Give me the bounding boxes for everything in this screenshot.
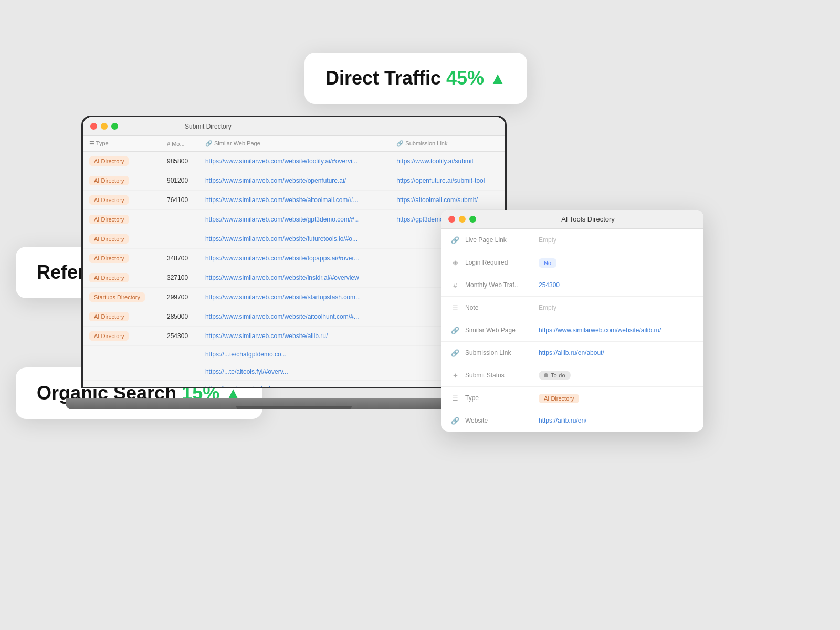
laptop-titlebar: Submit Directory [83, 117, 505, 136]
cell-similar: https://www.similarweb.com/website/start… [199, 288, 390, 307]
col-type: ☰ Type [83, 136, 161, 152]
cell-submission: https://www.toolify.ai/submit [390, 152, 505, 171]
cell-similar: https://www.similarweb.com/website/tooli… [199, 152, 390, 171]
col-submission: 🔗 Submission Link [390, 136, 505, 152]
cell-similar: https://www.similarweb.com/website/futur… [199, 229, 390, 249]
link-icon: 🔗 [450, 326, 460, 335]
panel-field-value: Empty [539, 236, 694, 244]
panel-field-value: 254300 [539, 281, 694, 289]
cell-monthly: 348700 [161, 249, 199, 268]
table-row[interactable]: AI Directory764100https://www.similarweb… [83, 191, 505, 210]
cell-similar: https://www.similarweb.com/website/ailib… [199, 327, 390, 346]
cell-monthly: 901200 [161, 171, 199, 191]
cell-similar: https://www.similarweb.com/website/gpt3d… [199, 210, 390, 229]
panel-field-label: Submission Link [465, 349, 533, 356]
cell-type [83, 346, 161, 363]
cell-similar: https://...te/aitools.fyi/#overv... [199, 363, 390, 381]
badge-todo: To-do [539, 371, 571, 380]
note-icon: ☰ [450, 303, 460, 312]
cell-similar: https://...te/supertools.theru... [199, 381, 390, 387]
panel-field-label: Login Required [465, 259, 533, 266]
panel-field-label: Type [465, 394, 533, 402]
cell-monthly [161, 381, 199, 387]
panel-field-value: To-do [539, 371, 571, 380]
panel-row: ⊕Login RequiredNo [441, 251, 704, 274]
cell-similar: https://www.similarweb.com/website/aitoo… [199, 191, 390, 210]
col-similar: 🔗 Similar Web Page [199, 136, 390, 152]
panel-row: 🔗Submission Linkhttps://ailib.ru/en/abou… [441, 342, 704, 364]
cell-similar: https://...te/chatgptdemo.co... [199, 346, 390, 363]
link-icon: 🔗 [450, 348, 460, 358]
cell-type: AI Directory [83, 249, 161, 268]
panel-row: ✦Submit StatusTo-do [441, 364, 704, 387]
direct-traffic-arrow: ▲ [489, 69, 506, 88]
panel-row: 🔗Websitehttps://ailib.ru/en/ [441, 410, 704, 432]
panel-field-label: Monthly Web Traf.. [465, 281, 533, 289]
panel-field-label: Similar Web Page [465, 327, 533, 334]
cell-similar: https://www.similarweb.com/website/openf… [199, 171, 390, 191]
panel-row: 🔗Similar Web Pagehttps://www.similarweb.… [441, 319, 704, 342]
cell-type: AI Directory [83, 210, 161, 229]
panel-field-value: https://ailib.ru/en/about/ [539, 349, 694, 356]
link-icon: 🔗 [450, 235, 460, 245]
panel-field-label: Note [465, 304, 533, 311]
cell-monthly [161, 363, 199, 381]
cell-monthly [161, 210, 199, 229]
panel-field-value: AI Directory [539, 393, 579, 403]
panel-field-label: Submit Status [465, 372, 533, 379]
panel-field-label: Live Page Link [465, 236, 533, 244]
traffic-light-red[interactable] [90, 123, 97, 130]
panel-field-value: Empty [539, 304, 694, 311]
laptop-title: Submit Directory [185, 123, 232, 130]
direct-traffic-label: Direct Traffic [326, 67, 441, 89]
sun-icon: ✦ [450, 371, 460, 380]
login-icon: ⊕ [450, 258, 460, 267]
panel-row: #Monthly Web Traf..254300 [441, 274, 704, 297]
ai-panel-titlebar: AI Tools Directory [441, 210, 704, 229]
badge-ai-dir: AI Directory [539, 394, 579, 403]
cell-type: AI Directory [83, 152, 161, 171]
cell-type [83, 363, 161, 381]
panel-tl-green[interactable] [469, 216, 476, 223]
panel-field-label: Website [465, 417, 533, 424]
cell-type: AI Directory [83, 191, 161, 210]
cell-type: AI Directory [83, 307, 161, 327]
cell-submission: https://aitoolmall.com/submit/ [390, 191, 505, 210]
cell-type: AI Directory [83, 268, 161, 288]
cell-monthly: 985800 [161, 152, 199, 171]
cell-type [83, 381, 161, 387]
panel-row: 🔗Live Page LinkEmpty [441, 229, 704, 251]
panel-tl-red[interactable] [448, 216, 455, 223]
cell-monthly: 299700 [161, 288, 199, 307]
cell-monthly: 285000 [161, 307, 199, 327]
table-row[interactable]: AI Directory985800https://www.similarweb… [83, 152, 505, 171]
cell-similar: https://www.similarweb.com/website/topap… [199, 249, 390, 268]
ai-panel-body: 🔗Live Page LinkEmpty⊕Login RequiredNo#Mo… [441, 229, 704, 432]
cell-similar: https://www.similarweb.com/website/aitoo… [199, 307, 390, 327]
cell-type: AI Directory [83, 229, 161, 249]
cell-monthly: 764100 [161, 191, 199, 210]
traffic-light-green[interactable] [111, 123, 118, 130]
hash-icon: # [450, 280, 460, 290]
panel-tl-yellow[interactable] [459, 216, 466, 223]
cell-submission: https://openfuture.ai/submit-tool [390, 171, 505, 191]
direct-traffic-card: Direct Traffic 45% ▲ [304, 52, 527, 104]
panel-field-value: https://ailib.ru/en/ [539, 417, 694, 424]
cell-monthly [161, 229, 199, 249]
cell-monthly [161, 346, 199, 363]
table-header-row: ☰ Type # Mo... 🔗 Similar Web Page 🔗 Subm… [83, 136, 505, 152]
col-monthly: # Mo... [161, 136, 199, 152]
table-row[interactable]: AI Directory901200https://www.similarweb… [83, 171, 505, 191]
traffic-light-yellow[interactable] [101, 123, 108, 130]
list-icon: ☰ [450, 393, 460, 403]
direct-traffic-value: 45% [446, 67, 484, 89]
cell-monthly: 254300 [161, 327, 199, 346]
cell-monthly: 327100 [161, 268, 199, 288]
panel-row: ☰TypeAI Directory [441, 387, 704, 410]
cell-type: Startups Directory [83, 288, 161, 307]
cell-type: AI Directory [83, 327, 161, 346]
link-icon: 🔗 [450, 416, 460, 425]
panel-field-value: https://www.similarweb.com/website/ailib… [539, 327, 694, 334]
panel-field-value: No [539, 258, 556, 267]
panel-row: ☰NoteEmpty [441, 297, 704, 319]
